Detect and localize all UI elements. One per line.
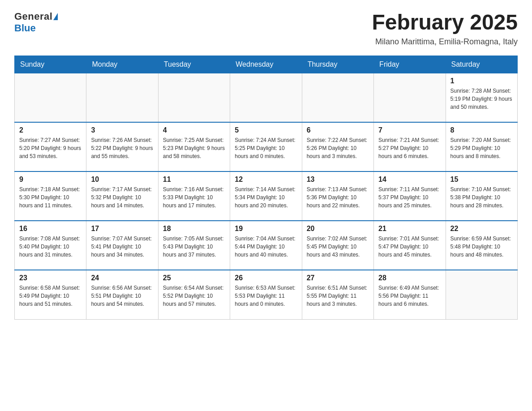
day-number: 7 [378, 126, 441, 134]
logo-triangle-icon [53, 13, 58, 20]
calendar-week-row: 16Sunrise: 7:08 AM Sunset: 5:40 PM Dayli… [15, 221, 518, 270]
weekday-header-tuesday: Tuesday [158, 56, 230, 73]
day-info: Sunrise: 7:13 AM Sunset: 5:36 PM Dayligh… [307, 185, 369, 210]
day-number: 18 [163, 225, 225, 233]
day-info: Sunrise: 7:11 AM Sunset: 5:37 PM Dayligh… [378, 185, 441, 210]
day-number: 28 [378, 274, 441, 282]
calendar-cell: 28Sunrise: 6:49 AM Sunset: 5:56 PM Dayli… [374, 270, 446, 319]
title-area: February 2025 Milano Marittima, Emilia-R… [372, 11, 518, 47]
calendar-cell: 17Sunrise: 7:07 AM Sunset: 5:41 PM Dayli… [86, 221, 158, 270]
day-number: 12 [235, 176, 297, 184]
calendar-cell: 14Sunrise: 7:11 AM Sunset: 5:37 PM Dayli… [374, 171, 446, 221]
weekday-header-row: SundayMondayTuesdayWednesdayThursdayFrid… [15, 56, 518, 73]
calendar-week-row: 23Sunrise: 6:58 AM Sunset: 5:49 PM Dayli… [15, 270, 518, 319]
calendar-cell [158, 73, 230, 122]
day-number: 8 [450, 126, 513, 134]
day-number: 25 [163, 274, 225, 282]
day-number: 9 [19, 176, 82, 184]
day-info: Sunrise: 7:25 AM Sunset: 5:23 PM Dayligh… [163, 136, 225, 160]
calendar-cell: 10Sunrise: 7:17 AM Sunset: 5:32 PM Dayli… [86, 171, 158, 221]
day-number: 11 [163, 176, 225, 184]
day-number: 14 [378, 176, 441, 184]
day-number: 13 [307, 176, 369, 184]
calendar-cell: 27Sunrise: 6:51 AM Sunset: 5:55 PM Dayli… [302, 270, 373, 319]
weekday-header-saturday: Saturday [446, 56, 517, 73]
calendar-week-row: 2Sunrise: 7:27 AM Sunset: 5:20 PM Daylig… [15, 122, 518, 171]
calendar-cell: 20Sunrise: 7:02 AM Sunset: 5:45 PM Dayli… [302, 221, 373, 270]
day-number: 24 [91, 274, 153, 282]
day-number: 2 [19, 126, 82, 134]
calendar-cell [230, 73, 302, 122]
calendar-cell: 11Sunrise: 7:16 AM Sunset: 5:33 PM Dayli… [158, 171, 230, 221]
day-number: 15 [450, 176, 513, 184]
day-number: 27 [307, 274, 369, 282]
day-number: 17 [91, 225, 153, 233]
calendar-cell: 26Sunrise: 6:53 AM Sunset: 5:53 PM Dayli… [230, 270, 302, 319]
calendar-cell: 25Sunrise: 6:54 AM Sunset: 5:52 PM Dayli… [158, 270, 230, 319]
day-info: Sunrise: 6:59 AM Sunset: 5:48 PM Dayligh… [450, 235, 513, 259]
calendar-cell: 9Sunrise: 7:18 AM Sunset: 5:30 PM Daylig… [15, 171, 86, 221]
day-number: 6 [307, 126, 369, 134]
day-info: Sunrise: 7:27 AM Sunset: 5:20 PM Dayligh… [19, 136, 82, 160]
calendar-cell: 2Sunrise: 7:27 AM Sunset: 5:20 PM Daylig… [15, 122, 86, 171]
calendar-cell [374, 73, 446, 122]
day-info: Sunrise: 7:08 AM Sunset: 5:40 PM Dayligh… [19, 235, 82, 259]
day-info: Sunrise: 7:04 AM Sunset: 5:44 PM Dayligh… [235, 235, 297, 259]
calendar-cell: 24Sunrise: 6:56 AM Sunset: 5:51 PM Dayli… [86, 270, 158, 319]
logo: General Blue [14, 11, 58, 34]
day-info: Sunrise: 7:28 AM Sunset: 5:19 PM Dayligh… [450, 87, 513, 111]
day-info: Sunrise: 7:02 AM Sunset: 5:45 PM Dayligh… [307, 235, 369, 259]
day-info: Sunrise: 7:24 AM Sunset: 5:25 PM Dayligh… [235, 136, 297, 160]
logo-general-text: General [14, 11, 52, 22]
day-info: Sunrise: 7:07 AM Sunset: 5:41 PM Dayligh… [91, 235, 153, 259]
day-info: Sunrise: 7:05 AM Sunset: 5:43 PM Dayligh… [163, 235, 225, 259]
weekday-header-friday: Friday [374, 56, 446, 73]
calendar-cell: 19Sunrise: 7:04 AM Sunset: 5:44 PM Dayli… [230, 221, 302, 270]
day-info: Sunrise: 7:16 AM Sunset: 5:33 PM Dayligh… [163, 185, 225, 210]
day-info: Sunrise: 7:01 AM Sunset: 5:47 PM Dayligh… [378, 235, 441, 259]
weekday-header-thursday: Thursday [302, 56, 373, 73]
weekday-header-sunday: Sunday [15, 56, 86, 73]
weekday-header-wednesday: Wednesday [230, 56, 302, 73]
day-info: Sunrise: 7:20 AM Sunset: 5:29 PM Dayligh… [450, 136, 513, 160]
weekday-header-monday: Monday [86, 56, 158, 73]
calendar-cell: 5Sunrise: 7:24 AM Sunset: 5:25 PM Daylig… [230, 122, 302, 171]
day-number: 16 [19, 225, 82, 233]
day-info: Sunrise: 6:56 AM Sunset: 5:51 PM Dayligh… [91, 284, 153, 308]
calendar-cell: 4Sunrise: 7:25 AM Sunset: 5:23 PM Daylig… [158, 122, 230, 171]
day-info: Sunrise: 7:26 AM Sunset: 5:22 PM Dayligh… [91, 136, 153, 160]
calendar-cell [15, 73, 86, 122]
day-info: Sunrise: 6:49 AM Sunset: 5:56 PM Dayligh… [378, 284, 441, 308]
day-number: 5 [235, 126, 297, 134]
day-number: 22 [450, 225, 513, 233]
day-number: 26 [235, 274, 297, 282]
calendar-cell: 18Sunrise: 7:05 AM Sunset: 5:43 PM Dayli… [158, 221, 230, 270]
day-number: 3 [91, 126, 153, 134]
calendar-cell [86, 73, 158, 122]
day-info: Sunrise: 7:22 AM Sunset: 5:26 PM Dayligh… [307, 136, 369, 160]
day-info: Sunrise: 7:14 AM Sunset: 5:34 PM Dayligh… [235, 185, 297, 210]
month-title: February 2025 [372, 11, 518, 34]
calendar-week-row: 1Sunrise: 7:28 AM Sunset: 5:19 PM Daylig… [15, 73, 518, 122]
calendar-cell: 7Sunrise: 7:21 AM Sunset: 5:27 PM Daylig… [374, 122, 446, 171]
day-number: 23 [19, 274, 82, 282]
day-number: 19 [235, 225, 297, 233]
calendar-cell: 13Sunrise: 7:13 AM Sunset: 5:36 PM Dayli… [302, 171, 373, 221]
logo-blue-text: Blue [14, 22, 36, 34]
calendar-cell [302, 73, 373, 122]
day-number: 20 [307, 225, 369, 233]
day-info: Sunrise: 6:51 AM Sunset: 5:55 PM Dayligh… [307, 284, 369, 308]
calendar-cell: 1Sunrise: 7:28 AM Sunset: 5:19 PM Daylig… [446, 73, 517, 122]
day-number: 4 [163, 126, 225, 134]
day-info: Sunrise: 7:21 AM Sunset: 5:27 PM Dayligh… [378, 136, 441, 160]
calendar-cell: 21Sunrise: 7:01 AM Sunset: 5:47 PM Dayli… [374, 221, 446, 270]
day-number: 10 [91, 176, 153, 184]
day-number: 1 [450, 77, 513, 85]
day-info: Sunrise: 7:18 AM Sunset: 5:30 PM Dayligh… [19, 185, 82, 210]
calendar-cell: 6Sunrise: 7:22 AM Sunset: 5:26 PM Daylig… [302, 122, 373, 171]
calendar-cell [446, 270, 517, 319]
calendar-cell: 16Sunrise: 7:08 AM Sunset: 5:40 PM Dayli… [15, 221, 86, 270]
calendar-cell: 15Sunrise: 7:10 AM Sunset: 5:38 PM Dayli… [446, 171, 517, 221]
calendar-cell: 8Sunrise: 7:20 AM Sunset: 5:29 PM Daylig… [446, 122, 517, 171]
page-header: General Blue February 2025 Milano Maritt… [14, 11, 518, 47]
